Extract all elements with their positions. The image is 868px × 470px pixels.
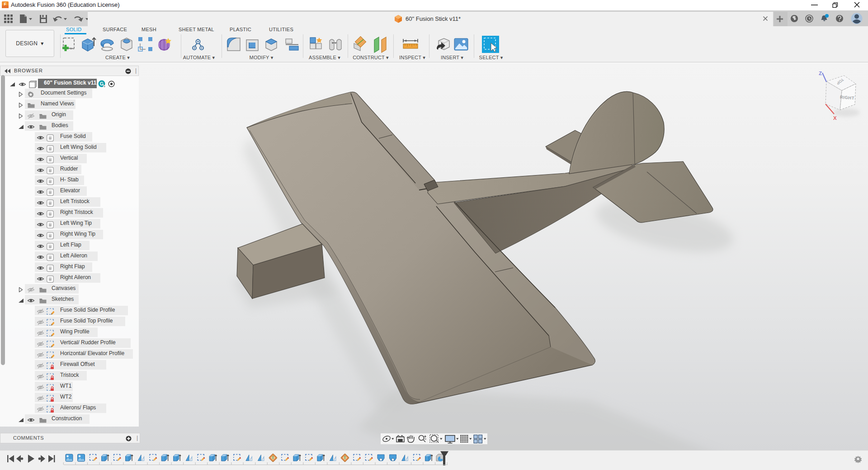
svg-text:Z: Z: [819, 71, 822, 76]
svg-text:F: F: [4, 2, 7, 6]
svg-text:RIGHT: RIGHT: [840, 95, 855, 100]
svg-text:X: X: [833, 115, 837, 121]
svg-text:G: G: [100, 81, 104, 86]
